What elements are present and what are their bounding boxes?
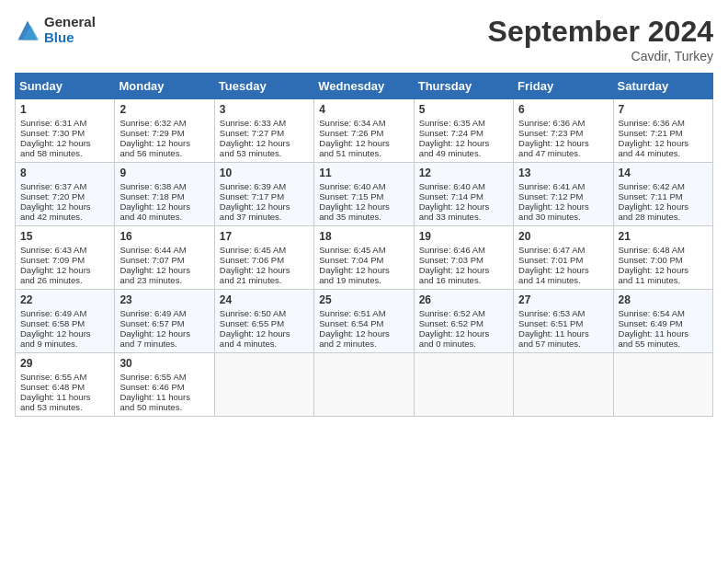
day-info-line: and 58 minutes. <box>20 148 109 158</box>
day-info-line: Sunset: 6:48 PM <box>20 382 109 392</box>
day-info-line: and 55 minutes. <box>619 339 708 349</box>
calendar-cell: 22Sunrise: 6:49 AMSunset: 6:58 PMDayligh… <box>16 290 115 353</box>
day-info-line: Daylight: 12 hours <box>220 201 309 212</box>
day-info-line: Sunrise: 6:39 AM <box>220 181 309 191</box>
day-info-line: Sunset: 7:04 PM <box>319 255 408 265</box>
day-info-line: Sunrise: 6:47 AM <box>518 245 608 255</box>
day-number: 8 <box>20 167 109 179</box>
day-number: 24 <box>220 293 309 306</box>
day-info-line: Sunset: 6:58 PM <box>20 318 109 328</box>
day-info-line: Daylight: 12 hours <box>20 328 109 339</box>
day-info-line: Sunrise: 6:53 AM <box>518 308 608 318</box>
day-info-line: and 37 minutes. <box>220 212 309 222</box>
day-number: 4 <box>319 103 408 116</box>
day-info-line: Daylight: 12 hours <box>319 201 408 212</box>
weekday-header-sunday: Sunday <box>16 74 115 99</box>
day-info-line: Daylight: 12 hours <box>220 265 309 275</box>
day-info-line: Sunset: 7:15 PM <box>319 191 408 201</box>
day-info-line: and 19 minutes. <box>319 275 408 285</box>
day-info-line: and 14 minutes. <box>518 275 608 285</box>
day-info-line: Sunrise: 6:40 AM <box>419 181 508 191</box>
day-number: 3 <box>220 103 309 116</box>
calendar-cell <box>613 353 712 417</box>
calendar-cell: 27Sunrise: 6:53 AMSunset: 6:51 PMDayligh… <box>514 290 613 353</box>
day-info-line: Sunset: 7:21 PM <box>619 128 708 138</box>
calendar-cell: 4Sunrise: 6:34 AMSunset: 7:26 PMDaylight… <box>314 99 414 163</box>
calendar-cell <box>214 353 313 417</box>
day-number: 14 <box>619 167 708 179</box>
calendar-cell: 12Sunrise: 6:40 AMSunset: 7:14 PMDayligh… <box>414 163 513 226</box>
day-info-line: Daylight: 12 hours <box>518 265 608 275</box>
day-info-line: Sunset: 7:29 PM <box>119 128 209 138</box>
day-number: 5 <box>419 103 508 116</box>
day-info-line: Sunset: 7:07 PM <box>119 255 209 265</box>
day-info-line: Sunrise: 6:52 AM <box>419 308 508 318</box>
day-info-line: Sunrise: 6:44 AM <box>119 245 209 255</box>
day-info-line: Sunrise: 6:37 AM <box>20 181 109 191</box>
day-number: 25 <box>319 293 408 306</box>
day-info-line: Sunset: 7:30 PM <box>20 128 109 138</box>
day-info-line: and 11 minutes. <box>619 275 708 285</box>
day-number: 16 <box>119 230 209 243</box>
calendar-cell: 25Sunrise: 6:51 AMSunset: 6:54 PMDayligh… <box>314 290 414 353</box>
day-info-line: and 47 minutes. <box>518 148 608 158</box>
month-title: September 2024 <box>488 15 713 49</box>
day-info-line: and 57 minutes. <box>518 339 608 349</box>
day-info-line: Daylight: 12 hours <box>619 265 708 275</box>
day-number: 6 <box>518 103 608 116</box>
page-header: General Blue September 2024 Cavdir, Turk… <box>15 15 713 63</box>
day-number: 7 <box>619 103 708 116</box>
day-info-line: Sunset: 7:06 PM <box>220 255 309 265</box>
day-info-line: Daylight: 12 hours <box>419 201 508 212</box>
day-info-line: Daylight: 12 hours <box>619 138 708 148</box>
day-info-line: Sunset: 6:51 PM <box>518 318 608 328</box>
day-info-line: Daylight: 12 hours <box>319 265 408 275</box>
day-number: 19 <box>419 230 508 243</box>
title-block: September 2024 Cavdir, Turkey <box>488 15 713 63</box>
day-info-line: Sunrise: 6:35 AM <box>419 118 508 128</box>
weekday-header-friday: Friday <box>514 74 613 99</box>
calendar-cell: 16Sunrise: 6:44 AMSunset: 7:07 PMDayligh… <box>115 226 214 290</box>
day-info-line: Sunset: 6:46 PM <box>119 382 209 392</box>
calendar-cell: 26Sunrise: 6:52 AMSunset: 6:52 PMDayligh… <box>414 290 513 353</box>
day-info-line: Sunset: 7:01 PM <box>518 255 608 265</box>
calendar-cell: 10Sunrise: 6:39 AMSunset: 7:17 PMDayligh… <box>214 163 313 226</box>
day-info-line: and 56 minutes. <box>119 148 209 158</box>
day-info-line: and 33 minutes. <box>419 212 508 222</box>
day-info-line: Sunrise: 6:45 AM <box>319 245 408 255</box>
day-info-line: and 0 minutes. <box>419 339 508 349</box>
day-info-line: Sunset: 7:20 PM <box>20 191 109 201</box>
day-number: 10 <box>220 167 309 179</box>
day-info-line: Sunrise: 6:46 AM <box>419 245 508 255</box>
day-info-line: Daylight: 12 hours <box>20 265 109 275</box>
calendar-cell <box>414 353 513 417</box>
day-info-line: Daylight: 12 hours <box>619 201 708 212</box>
day-info-line: Sunrise: 6:43 AM <box>20 245 109 255</box>
day-info-line: and 16 minutes. <box>419 275 508 285</box>
day-number: 11 <box>319 167 408 179</box>
weekday-header-thursday: Thursday <box>414 74 513 99</box>
day-info-line: Sunset: 6:49 PM <box>619 318 708 328</box>
calendar-cell: 5Sunrise: 6:35 AMSunset: 7:24 PMDaylight… <box>414 99 513 163</box>
day-info-line: Daylight: 12 hours <box>220 328 309 339</box>
day-number: 1 <box>20 103 109 116</box>
day-info-line: and 9 minutes. <box>20 339 109 349</box>
day-info-line: and 23 minutes. <box>119 275 209 285</box>
day-info-line: Sunrise: 6:54 AM <box>619 308 708 318</box>
calendar-cell: 7Sunrise: 6:36 AMSunset: 7:21 PMDaylight… <box>613 99 712 163</box>
day-info-line: Sunrise: 6:48 AM <box>619 245 708 255</box>
day-info-line: Daylight: 12 hours <box>419 138 508 148</box>
day-info-line: Sunset: 7:14 PM <box>419 191 508 201</box>
day-number: 12 <box>419 167 508 179</box>
day-info-line: and 44 minutes. <box>619 148 708 158</box>
weekday-header-row: SundayMondayTuesdayWednesdayThursdayFrid… <box>16 74 713 99</box>
calendar-cell: 23Sunrise: 6:49 AMSunset: 6:57 PMDayligh… <box>115 290 214 353</box>
day-number: 26 <box>419 293 508 306</box>
day-info-line: Sunrise: 6:55 AM <box>119 372 209 382</box>
day-info-line: Sunset: 7:26 PM <box>319 128 408 138</box>
day-number: 15 <box>20 230 109 243</box>
calendar-cell: 19Sunrise: 6:46 AMSunset: 7:03 PMDayligh… <box>414 226 513 290</box>
calendar-cell: 8Sunrise: 6:37 AMSunset: 7:20 PMDaylight… <box>16 163 115 226</box>
day-info-line: Sunset: 7:24 PM <box>419 128 508 138</box>
day-number: 30 <box>119 357 209 370</box>
